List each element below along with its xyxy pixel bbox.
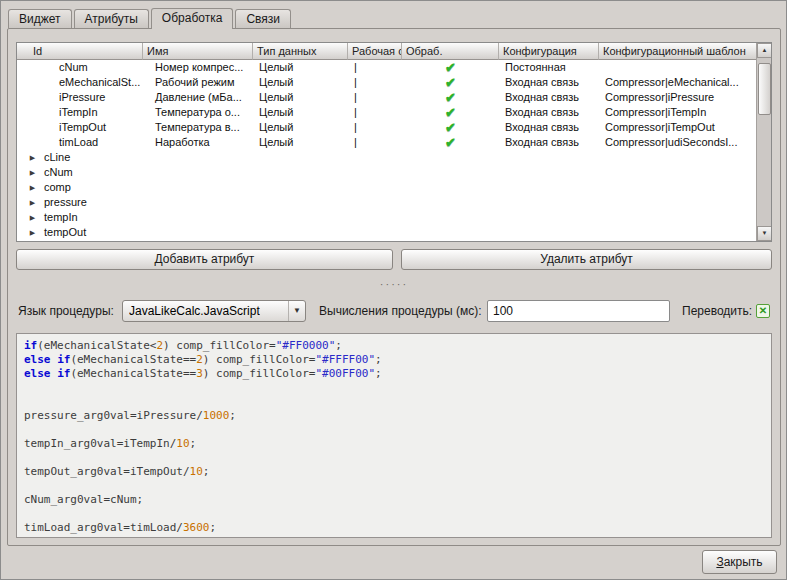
arrow-down-icon: ▼ [762, 230, 768, 236]
code-line [24, 395, 764, 409]
cell-name: Давление (мБа... [143, 90, 253, 105]
code-token: 2 [156, 339, 163, 352]
column-header-data_type[interactable]: Тип данных [253, 43, 348, 60]
scroll-up-button[interactable]: ▲ [757, 43, 772, 58]
tree-item-cNum[interactable]: ▶cNum [17, 165, 758, 180]
tree-item-pressure[interactable]: ▶pressure [17, 195, 758, 210]
translate-label: Переводить: [682, 300, 752, 322]
code-token: 3600 [183, 521, 210, 534]
cell-name: Рабочий режим [143, 75, 253, 90]
expander-icon[interactable]: ▶ [26, 165, 39, 180]
processing-check-icon[interactable]: ✔ [445, 105, 456, 120]
attributes-table: IdИмяТип данныхРабочая областьОбраб.Конф… [16, 42, 772, 242]
cell-configuration: Входная связь [499, 90, 599, 105]
code-line [24, 423, 764, 437]
tree-item-comp[interactable]: ▶comp [17, 180, 758, 195]
cell-processing: ✔ [402, 90, 499, 105]
tree-item-label: pressure [44, 195, 87, 210]
cell-id: cNum [17, 60, 143, 75]
combo-dropdown-icon: ▼ [288, 301, 305, 321]
attr-row-eMechanicalSt[interactable]: eMechanicalSt...Рабочий режимЦелый|✔Вход… [17, 75, 758, 90]
column-header-id[interactable]: Id [17, 43, 143, 60]
code-line: else if(eMechanicalState==3) comp_fillCo… [24, 367, 764, 381]
cell-data_type: Целый [253, 90, 348, 105]
cell-name: Температура о... [143, 105, 253, 120]
tab-links[interactable]: Связи [235, 9, 291, 28]
translate-check-icon: ✕ [759, 305, 767, 316]
tree-item-label: cNum [44, 165, 73, 180]
processing-check-icon[interactable]: ✔ [445, 60, 456, 75]
expander-icon[interactable]: ▶ [26, 180, 39, 195]
remove-attribute-button[interactable]: Удалить атрибут [401, 249, 772, 270]
code-line: cNum_arg0val=cNum; [24, 493, 764, 507]
procedure-language-value: JavaLikeCalc.JavaScript [129, 304, 260, 318]
expander-icon[interactable]: ▶ [26, 225, 39, 240]
table-vertical-scrollbar[interactable]: ▲ ▼ [756, 43, 771, 241]
processing-check-icon[interactable]: ✔ [445, 75, 456, 90]
cell-config_template: Compressor|udiSecondsI... [599, 135, 758, 150]
tree-item-label: tempOut [44, 225, 86, 240]
cell-configuration: Постоянная [499, 60, 599, 75]
translate-checkbox[interactable]: ✕ [756, 304, 770, 318]
code-token: else [24, 353, 51, 366]
attr-row-timLoad[interactable]: timLoadНаработкаЦелый|✔Входная связьComp… [17, 135, 758, 150]
expander-icon[interactable]: ▶ [26, 210, 39, 225]
cell-work_area: | [348, 60, 402, 75]
close-button[interactable]: Закрыть [702, 550, 777, 574]
procedure-language-select[interactable]: JavaLikeCalc.JavaScript ▼ [122, 300, 306, 322]
column-header-config_template[interactable]: Конфигурационный шаблон [599, 43, 758, 60]
tree-item-label: comp [44, 180, 71, 195]
tree-item-timLoad[interactable]: ▶timLoad [17, 240, 758, 242]
attr-row-iTempIn[interactable]: iTempInТемпература о...Целый|✔Входная св… [17, 105, 758, 120]
expander-icon[interactable]: ▶ [26, 195, 39, 210]
expander-icon[interactable]: ▶ [26, 150, 39, 165]
code-token: 3 [196, 367, 203, 380]
add-attribute-button[interactable]: Добавить атрибут [16, 249, 393, 270]
tree-item-tempIn[interactable]: ▶tempIn [17, 210, 758, 225]
scrollbar-thumb[interactable] [758, 63, 771, 115]
cell-id: timLoad [17, 135, 143, 150]
processing-check-icon[interactable]: ✔ [445, 135, 456, 150]
tree-item-label: timLoad [44, 240, 83, 242]
code-token: 10 [190, 465, 203, 478]
column-header-name[interactable]: Имя [143, 43, 253, 60]
attr-row-cNum[interactable]: cNumНомер компрес...Целый|✔Постоянная [17, 60, 758, 75]
code-token: "#00FF00" [315, 367, 375, 380]
tab-bar: ВиджетАтрибутыОбработкаСвязи [8, 7, 293, 28]
column-header-configuration[interactable]: Конфигурация [499, 43, 599, 60]
cell-work_area: | [348, 75, 402, 90]
attr-row-iTempOut[interactable]: iTempOutТемпература в...Целый|✔Входная с… [17, 120, 758, 135]
calc-period-input[interactable] [487, 300, 670, 322]
cell-configuration: Входная связь [499, 120, 599, 135]
code-token: if [57, 367, 70, 380]
tree-item-cLine[interactable]: ▶cLine [17, 150, 758, 165]
cell-name: Температура в... [143, 120, 253, 135]
column-header-work_area[interactable]: Рабочая область [348, 43, 402, 60]
procedure-code-editor[interactable]: if(eMechanicalState<2) comp_fillColor="#… [16, 333, 772, 538]
scroll-down-button[interactable]: ▼ [757, 226, 772, 241]
column-header-processing[interactable]: Обраб. [402, 43, 499, 60]
expander-icon[interactable]: ▶ [26, 240, 39, 242]
cell-data_type: Целый [253, 105, 348, 120]
processing-check-icon[interactable]: ✔ [445, 120, 456, 135]
code-line: tempOut_arg0val=iTempOut/10; [24, 465, 764, 479]
cell-data_type: Целый [253, 75, 348, 90]
tab-processing[interactable]: Обработка [151, 8, 234, 29]
procedure-language-label: Язык процедуры: [18, 300, 114, 322]
cell-name: Наработка [143, 135, 253, 150]
attr-table-body: cNumНомер компрес...Целый|✔ПостояннаяeMe… [17, 60, 758, 242]
calc-period-label: Вычисления процедуры (мс): [319, 300, 482, 322]
tab-attributes[interactable]: Атрибуты [74, 9, 149, 28]
attr-table-header: IdИмяТип данныхРабочая областьОбраб.Конф… [17, 43, 758, 60]
splitter-handle[interactable]: ····· [8, 279, 780, 289]
tab-panel-processing: IdИмяТип данныхРабочая областьОбраб.Конф… [7, 28, 781, 546]
code-token: if [24, 339, 37, 352]
tree-item-tempOut[interactable]: ▶tempOut [17, 225, 758, 240]
cell-work_area: | [348, 90, 402, 105]
tab-widget[interactable]: Виджет [8, 9, 72, 28]
attr-row-iPressure[interactable]: iPressureДавление (мБа...Целый|✔Входная … [17, 90, 758, 105]
widget-processing-dialog: ВиджетАтрибутыОбработкаСвязи IdИмяТип да… [0, 0, 787, 580]
tree-item-label: tempIn [44, 210, 78, 225]
code-token: else [24, 367, 51, 380]
processing-check-icon[interactable]: ✔ [445, 90, 456, 105]
